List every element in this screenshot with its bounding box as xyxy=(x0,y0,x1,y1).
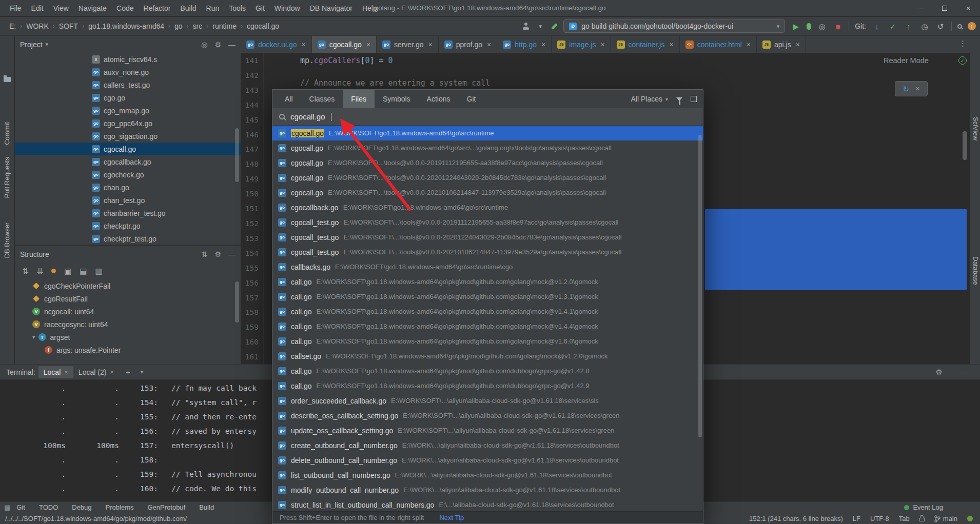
user-icon[interactable] xyxy=(522,23,530,30)
sort-by-visibility-icon[interactable]: ⇊ xyxy=(37,267,44,276)
search-result[interactable]: cgocall.goE:\WORK\SOFT\...\tools@v0.0.0-… xyxy=(272,170,703,185)
toolwindow-stripe-database[interactable]: Database xyxy=(972,256,979,285)
tree-item-chan-go[interactable]: chan.go xyxy=(15,181,241,194)
menu-run[interactable]: Run xyxy=(202,2,224,15)
reader-mode-label[interactable]: Reader Mode xyxy=(884,56,929,65)
git-branch-widget[interactable]: main xyxy=(934,515,957,522)
search-result[interactable]: cgocall.goE:\WORK\SOFT\go1.18.windows-am… xyxy=(272,126,703,140)
sort-alphabetically-icon[interactable]: ⇅ xyxy=(22,267,29,276)
search-tab-git[interactable]: Git xyxy=(459,90,484,108)
readonly-lock-icon[interactable] xyxy=(919,518,925,521)
search-tab-files[interactable]: Files xyxy=(343,90,375,108)
minimize-button[interactable]: – xyxy=(909,0,933,16)
refresh-icon[interactable]: ↻ xyxy=(903,85,910,93)
search-result[interactable]: call.goE:\WORK\SOFT\go1.18.windows-amd64… xyxy=(272,364,703,378)
indent-style[interactable]: Tab xyxy=(899,515,910,522)
inspections-ok-icon[interactable]: ✓ xyxy=(958,56,967,65)
tree-item-checkptr-go[interactable]: checkptr.go xyxy=(15,219,241,232)
gear-icon[interactable]: ⚙ xyxy=(214,41,221,49)
next-tip-link[interactable]: Next Tip xyxy=(439,514,464,521)
terminal-tab-local[interactable]: Local× xyxy=(38,366,73,378)
more-tabs-icon[interactable]: ⋮ xyxy=(959,39,967,48)
menu-code[interactable]: Code xyxy=(112,2,138,15)
search-result[interactable]: struct_list_in_list_outbound_call_number… xyxy=(272,497,703,511)
filter-icon[interactable] xyxy=(676,97,682,101)
tree-item-auxv-none-go[interactable]: auxv_none.go xyxy=(15,66,241,78)
menu-tools[interactable]: Tools xyxy=(224,2,250,15)
debug-button[interactable] xyxy=(807,23,811,30)
git-push-button[interactable]: ↑ xyxy=(904,23,914,30)
search-result[interactable]: cgocall_test.goE:\WORK\SOFT\...\tools@v0… xyxy=(272,245,703,259)
hide-panel-icon[interactable]: — xyxy=(958,368,966,377)
search-everywhere-icon[interactable] xyxy=(957,24,962,29)
show-fields-icon[interactable] xyxy=(51,269,56,273)
chevron-down-icon[interactable]: ▾ xyxy=(32,334,35,340)
tree-item-cgocallback-go[interactable]: cgocallback.go xyxy=(15,155,241,168)
locate-file-icon[interactable]: ◎ xyxy=(201,41,207,49)
toolwindow-stripe-sciview[interactable]: SciView xyxy=(972,117,979,140)
menu-navigate[interactable]: Navigate xyxy=(74,2,111,15)
tree-item-callers-test-go[interactable]: callers_test.go xyxy=(15,78,241,91)
search-result[interactable]: order_succeeded_callback.goE:\WORK\SOFT\… xyxy=(272,393,703,408)
breadcrumb-item-go[interactable]: go xyxy=(173,21,184,31)
search-result[interactable]: callset.goE:\WORK\SOFT\go1.18.windows-am… xyxy=(272,349,703,364)
chevron-down-icon[interactable]: ▾ xyxy=(46,41,49,48)
breadcrumb-item-src[interactable]: src xyxy=(192,21,204,31)
search-tab-actions[interactable]: Actions xyxy=(419,90,459,108)
tab-container-js[interactable]: container.js× xyxy=(611,36,680,53)
breadcrumb-item-runtime[interactable]: runtime xyxy=(211,21,238,31)
menu-git[interactable]: Git xyxy=(251,2,269,15)
tab-close-icon[interactable]: × xyxy=(110,368,114,376)
search-result[interactable]: call.goE:\WORK\SOFT\go1.18.windows-amd64… xyxy=(272,274,703,289)
tab-api-js[interactable]: api.js× xyxy=(757,36,806,53)
scope-select[interactable]: All Places ▾ xyxy=(631,95,669,103)
structure-item-ncgocall-uint64[interactable]: ncgocall: uint64 xyxy=(15,305,241,318)
search-tab-symbols[interactable]: Symbols xyxy=(375,90,419,108)
run-configuration-select[interactable]: D go build github.com/gohutool/boot4go-d… xyxy=(563,19,785,33)
terminal-tab-local-2[interactable]: Local (2)× xyxy=(73,366,119,378)
coverage-button[interactable]: ◎ xyxy=(817,23,827,30)
toolwindow-button-todo[interactable]: TODO xyxy=(39,503,58,511)
results-scrollbar[interactable] xyxy=(698,135,702,437)
toolwindow-switcher-icon[interactable]: ▦ xyxy=(4,503,10,511)
search-field[interactable]: cgocall.go xyxy=(272,108,703,126)
caret-position[interactable]: 152:1 (241 chars, 6 line breaks) xyxy=(749,515,843,522)
tab-image-js[interactable]: image.js× xyxy=(552,36,611,53)
search-result[interactable]: create_outbound_call_number.goE:\WORK\..… xyxy=(272,438,703,453)
tree-item-cgo-sigaction-go[interactable]: cgo_sigaction.go xyxy=(15,130,241,143)
tree-item-atomic-riscv64-s[interactable]: atomic_riscv64.s xyxy=(15,53,241,66)
breadcrumb-item-go1-18-windows-amd64[interactable]: go1.18.windows-amd64 xyxy=(87,21,165,31)
search-result[interactable]: call.goE:\WORK\SOFT\go1.18.windows-amd64… xyxy=(272,378,703,393)
breadcrumb-item-work[interactable]: WORK xyxy=(25,21,50,31)
menu-file[interactable]: File xyxy=(5,2,26,15)
gear-icon[interactable]: ⚙ xyxy=(214,250,221,258)
open-in-find-window-icon[interactable] xyxy=(691,96,697,102)
search-result[interactable]: cgocall_test.goE:\WORK\SOFT\...\tools@v0… xyxy=(272,230,703,245)
search-result[interactable]: callbacks.goE:\WORK\SOFT\go1.18.windows-… xyxy=(272,259,703,274)
tab-close-icon[interactable]: × xyxy=(600,41,604,49)
tree-item-chan-test-go[interactable]: chan_test.go xyxy=(15,194,241,207)
tree-item-cgo-go[interactable]: cgo.go xyxy=(15,91,241,104)
tree-item-cgocall-go[interactable]: cgocall.go xyxy=(15,143,241,155)
toolwindow-button-genprotobuf[interactable]: GenProtobuf xyxy=(147,503,185,511)
tab-close-icon[interactable]: × xyxy=(796,41,800,49)
tree-item-cgocheck-go[interactable]: cgocheck.go xyxy=(15,168,241,181)
tab-close-icon[interactable]: × xyxy=(64,368,68,376)
show-inherited-icon[interactable]: ▤ xyxy=(80,267,87,276)
search-result[interactable]: call.goE:\WORK\SOFT\go1.18.windows-amd64… xyxy=(272,334,703,349)
menu-refactor[interactable]: Refactor xyxy=(139,2,175,15)
search-result[interactable]: call.goE:\WORK\SOFT\go1.18.windows-amd64… xyxy=(272,319,703,334)
gear-icon[interactable]: ⚙ xyxy=(936,368,943,377)
tree-item-checkptr-test-go[interactable]: checkptr_test.go xyxy=(15,232,241,245)
tree-item-cgo-ppc64x-go[interactable]: cgo_ppc64x.go xyxy=(15,117,241,130)
toolwindow-button-git[interactable]: Git xyxy=(16,503,25,511)
structure-item-argset[interactable]: ▾argset xyxy=(15,331,241,344)
breadcrumb-item-soft[interactable]: SOFT xyxy=(58,21,79,31)
editor-gutter[interactable]: 141 142 143 144 145 146 147 148 149 150 … xyxy=(241,53,263,364)
tab-close-icon[interactable]: × xyxy=(541,41,545,49)
update-available-icon[interactable]: ↑ xyxy=(968,22,976,30)
expand-all-icon[interactable]: ⇅ xyxy=(202,250,208,258)
event-log-button[interactable]: Event Log xyxy=(904,503,943,511)
rollback-button[interactable]: ↺ xyxy=(935,23,946,30)
search-result[interactable]: cgocallback.goE:\WORK\SOFT\go1.18.window… xyxy=(272,200,703,215)
